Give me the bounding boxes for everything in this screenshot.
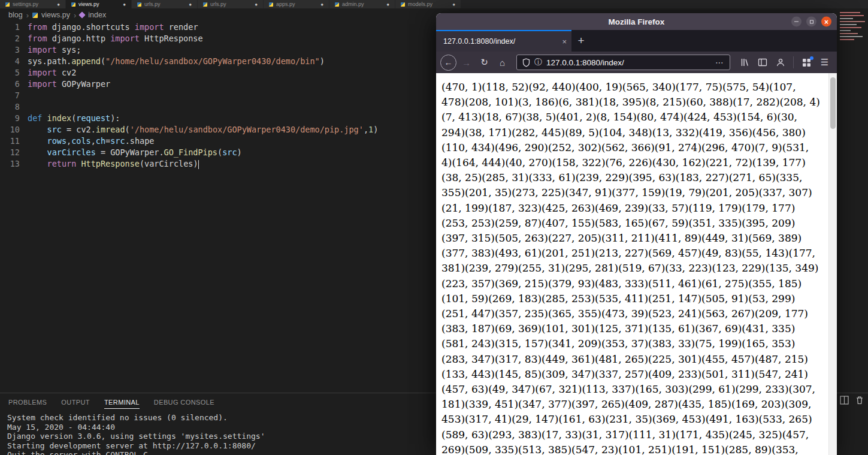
tab-label: urls.py	[144, 1, 161, 7]
url-bar[interactable]: ⓘ 127.0.0.1:8080/index/ ⋯	[516, 55, 730, 70]
symbol-method-icon	[79, 11, 86, 18]
panel-tab-debug-console[interactable]: DEBUG CONSOLE	[154, 399, 214, 409]
page-actions-icon[interactable]: ⋯	[715, 58, 724, 67]
firefox-nav-bar: ← → ↻ ⌂ ⓘ 127.0.0.1:8080/index/ ⋯	[436, 52, 837, 73]
modified-dot-icon[interactable]: ●	[452, 2, 455, 7]
line-number: 7	[0, 90, 20, 101]
url-text[interactable]: 127.0.0.1:8080/index/	[546, 58, 711, 67]
line-number: 13	[0, 158, 20, 170]
modified-dot-icon[interactable]: ●	[386, 2, 389, 7]
toolbar-divider	[793, 56, 794, 68]
forward-button[interactable]: →	[458, 55, 474, 71]
extension-button[interactable]	[799, 55, 815, 71]
sidebar-button[interactable]	[754, 55, 770, 71]
browser-tab[interactable]: 127.0.0.1:8080/index/ ×	[436, 30, 571, 52]
firefox-titlebar[interactable]: Mozilla Firefox ×	[436, 13, 837, 30]
home-button[interactable]: ⌂	[494, 55, 510, 71]
split-terminal-icon[interactable]	[840, 396, 849, 405]
editor-tab-views.py[interactable]: views.py●	[66, 0, 132, 8]
window-controls: ×	[791, 17, 831, 27]
python-file-icon	[71, 2, 75, 7]
firefox-tab-bar: 127.0.0.1:8080/index/ × +	[436, 30, 837, 52]
close-tab-icon[interactable]: ×	[562, 37, 567, 46]
line-number: 6	[0, 79, 20, 90]
panel-tab-output[interactable]: OUTPUT	[61, 399, 90, 409]
python-file-icon	[137, 2, 141, 7]
line-number: 11	[0, 135, 20, 147]
panel-actions	[840, 396, 864, 405]
modified-dot-icon[interactable]: ●	[189, 2, 192, 7]
minimap[interactable]	[839, 10, 866, 42]
line-number: 12	[0, 147, 20, 158]
breadcrumb: blog › views.py › index	[0, 8, 436, 22]
account-button[interactable]	[772, 55, 788, 71]
tab-label: apps.py	[276, 1, 295, 7]
tab-label: views.py	[78, 1, 99, 7]
tracking-shield-icon[interactable]	[522, 58, 530, 67]
reload-button[interactable]: ↻	[476, 55, 492, 71]
line-number: 1	[0, 22, 20, 33]
python-file-icon	[203, 2, 207, 7]
modified-dot-icon[interactable]: ●	[123, 2, 126, 7]
window-title: Mozilla Firefox	[609, 17, 665, 26]
page-content: (470, 1)(118, 52)(92, 440)(400, 19)(565,…	[436, 73, 837, 455]
extension-badge	[810, 56, 813, 60]
editor-tab-apps.py[interactable]: apps.py●	[264, 0, 329, 8]
page-scrollbar[interactable]	[828, 73, 837, 455]
back-button[interactable]: ←	[440, 55, 456, 71]
editor-tab-settings.py[interactable]: settings.py●	[0, 0, 66, 8]
python-file-icon	[335, 2, 339, 7]
breadcrumb-item-views[interactable]: views.py	[41, 11, 70, 19]
breadcrumb-item-index[interactable]: index	[88, 11, 106, 19]
tab-title: 127.0.0.1:8080/index/	[443, 37, 558, 46]
line-number: 3	[0, 44, 20, 56]
line-number: 2	[0, 33, 20, 44]
minimize-button[interactable]	[791, 17, 802, 27]
python-file-icon	[5, 2, 10, 7]
modified-dot-icon[interactable]: ●	[57, 2, 60, 7]
modified-dot-icon[interactable]: ●	[255, 2, 258, 7]
panel-tab-terminal[interactable]: TERMINAL	[104, 399, 140, 409]
line-number: 8	[0, 101, 20, 113]
editor-tab-bar: settings.py●views.py●urls.py●urls.py●app…	[0, 0, 868, 8]
line-number: 4	[0, 56, 20, 67]
new-tab-button[interactable]: +	[571, 30, 591, 52]
text-cursor	[198, 160, 199, 169]
library-button[interactable]	[736, 55, 752, 71]
menu-button[interactable]: ☰	[816, 55, 833, 71]
kill-terminal-trash-icon[interactable]	[855, 396, 864, 405]
editor-tab-urls.py[interactable]: urls.py●	[132, 0, 198, 8]
site-info-icon[interactable]: ⓘ	[534, 57, 542, 68]
chevron-right-icon: ›	[26, 11, 29, 20]
chevron-right-icon: ›	[74, 11, 76, 20]
tab-label: admin.py	[342, 1, 364, 7]
editor-tab-models.py[interactable]: models.py●	[395, 0, 461, 8]
page-text: (470, 1)(118, 52)(92, 440)(400, 19)(565,…	[441, 80, 820, 455]
desktop: settings.py●views.py●urls.py●urls.py●app…	[0, 0, 868, 455]
python-file-icon	[32, 13, 38, 18]
python-file-icon	[401, 2, 405, 7]
tab-label: urls.py	[210, 1, 226, 7]
editor-gutter: 12345678910111213	[0, 22, 28, 393]
tab-label: models.py	[408, 1, 433, 7]
breadcrumb-item-blog[interactable]: blog	[8, 11, 23, 19]
panel-tab-problems[interactable]: PROBLEMS	[8, 399, 47, 409]
maximize-button[interactable]	[806, 17, 816, 27]
line-number: 9	[0, 113, 20, 124]
modified-dot-icon[interactable]: ●	[320, 2, 323, 7]
scrollbar-thumb[interactable]	[830, 77, 836, 129]
firefox-window: Mozilla Firefox × 127.0.0.1:8080/index/ …	[436, 13, 837, 455]
tab-label: settings.py	[13, 1, 38, 7]
editor-tab-admin.py[interactable]: admin.py●	[329, 0, 395, 8]
editor-tab-urls.py[interactable]: urls.py●	[198, 0, 264, 8]
line-number: 10	[0, 124, 20, 135]
close-button[interactable]: ×	[821, 17, 831, 27]
line-number: 5	[0, 67, 20, 79]
python-file-icon	[269, 2, 273, 7]
